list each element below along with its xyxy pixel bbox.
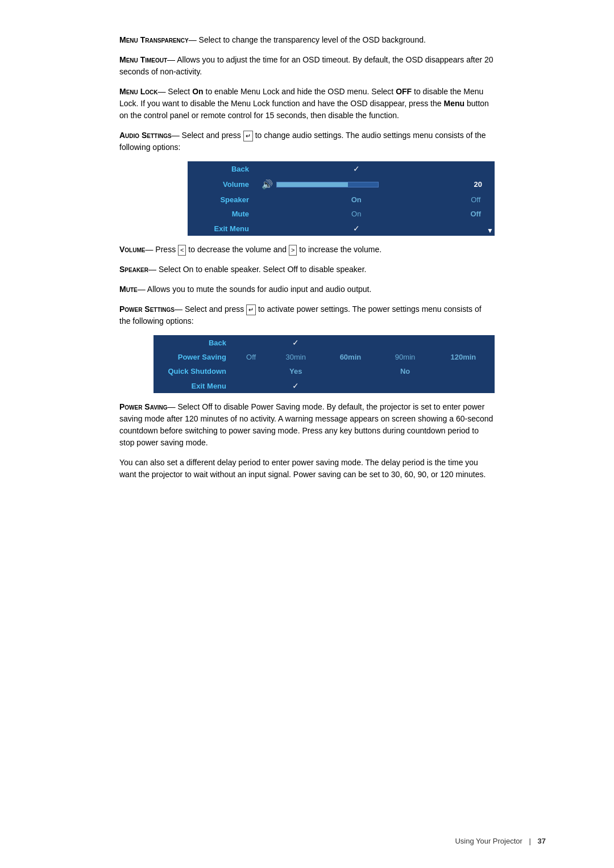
audio-exit-spacer bbox=[256, 221, 308, 236]
power-saving-30min: 30min bbox=[269, 350, 322, 364]
footer-separator: | bbox=[529, 837, 531, 845]
mute-term: Mute bbox=[119, 285, 138, 294]
decrease-icon: < bbox=[178, 245, 186, 256]
power-quickshutdown-label: Quick Shutdown bbox=[154, 364, 233, 378]
power-saving-extra-body: You can also set a different delay perio… bbox=[119, 458, 486, 479]
speaker-icon: 🔊 bbox=[262, 179, 273, 190]
audio-exit-spacer2 bbox=[405, 221, 457, 236]
power-saving-desc-dash: — bbox=[168, 402, 176, 411]
audio-back-check: ✓ bbox=[308, 161, 405, 176]
power-quickshutdown-row: Quick Shutdown Yes No bbox=[154, 364, 495, 378]
mute-dash: — bbox=[138, 285, 146, 294]
power-back-spacer2 bbox=[322, 335, 378, 350]
power-settings-intro: Select and press bbox=[185, 304, 246, 314]
audio-speaker-spacer bbox=[256, 193, 308, 207]
audio-speaker-row: Speaker On Off bbox=[188, 193, 495, 207]
menu-timeout-section: Menu Timeout— Allows you to adjust the t… bbox=[119, 54, 495, 78]
power-saving-extra-section: You can also set a different delay perio… bbox=[119, 457, 495, 481]
speaker-section: Speaker— Select On to enable speaker. Se… bbox=[119, 264, 495, 276]
menu-lock-section: Menu Lock— Select On to enable Menu Lock… bbox=[119, 86, 495, 122]
audio-exit-label: Exit Menu bbox=[188, 221, 256, 236]
power-back-row: Back ✓ bbox=[154, 335, 495, 350]
power-back-spacer1 bbox=[233, 335, 269, 350]
audio-volume-label: Volume bbox=[188, 176, 256, 193]
speaker-dash: — bbox=[148, 265, 156, 274]
audio-speaker-on: On bbox=[308, 193, 405, 207]
power-back-label: Back bbox=[154, 335, 233, 350]
audio-osd-table-wrapper: Back ✓ Volume 🔊 bbox=[154, 161, 495, 236]
audio-volume-number: 20 bbox=[457, 176, 495, 193]
page-content: Menu Transparency— Select to change the … bbox=[51, 0, 563, 534]
footer-text: Using Your Projector bbox=[455, 837, 522, 845]
speaker-body: Select On to enable speaker. Select Off … bbox=[159, 265, 367, 274]
mute-body: Allows you to mute the sounds for audio … bbox=[147, 285, 372, 294]
power-saving-row: Power Saving Off 30min 60min 90min 120mi… bbox=[154, 350, 495, 364]
volume-dash: — bbox=[145, 245, 153, 254]
audio-speaker-off: Off bbox=[457, 193, 495, 207]
power-saving-90min: 90min bbox=[378, 350, 432, 364]
power-exit-label: Exit Menu bbox=[154, 378, 233, 393]
audio-mute-on: On bbox=[308, 207, 405, 221]
audio-mute-spacer bbox=[256, 207, 308, 221]
power-exit-spacer3 bbox=[378, 378, 432, 393]
power-exit-spacer4 bbox=[432, 378, 495, 393]
menu-timeout-body: Allows you to adjust the time for an OSD… bbox=[119, 55, 493, 76]
power-settings-dash: — bbox=[175, 304, 182, 314]
audio-volume-bar-cell: 🔊 bbox=[256, 176, 457, 193]
power-settings-term: Power Settings bbox=[119, 304, 175, 314]
menu-lock-term: Menu Lock bbox=[119, 87, 157, 96]
audio-settings-term: Audio Settings bbox=[119, 131, 172, 140]
volume-fill bbox=[277, 182, 348, 187]
power-quickshutdown-spacer bbox=[233, 364, 269, 378]
audio-speaker-label: Speaker bbox=[188, 193, 256, 207]
power-saving-desc-body: Select Off to disable Power Saving mode.… bbox=[119, 402, 493, 447]
power-exit-spacer2 bbox=[322, 378, 378, 393]
audio-mute-row: Mute On Off bbox=[188, 207, 495, 221]
power-saving-120min: 120min bbox=[432, 350, 495, 364]
audio-back-spacer bbox=[256, 161, 308, 176]
menu-timeout-term: Menu Timeout bbox=[119, 55, 167, 64]
menu-transparency-term: Menu Transparency bbox=[119, 35, 189, 44]
audio-volume-row: Volume 🔊 20 bbox=[188, 176, 495, 193]
footer-page-number: 37 bbox=[538, 837, 546, 845]
volume-bar-container: 🔊 bbox=[262, 179, 451, 190]
audio-osd-table: Back ✓ Volume 🔊 bbox=[188, 161, 495, 236]
volume-bar bbox=[276, 182, 379, 187]
audio-mute-spacer2 bbox=[405, 207, 457, 221]
power-saving-off: Off bbox=[233, 350, 269, 364]
power-exit-row: Exit Menu ✓ bbox=[154, 378, 495, 393]
power-quickshutdown-no: No bbox=[378, 364, 432, 378]
audio-back-spacer2 bbox=[405, 161, 457, 176]
scroll-indicator: ▼ bbox=[487, 227, 493, 235]
audio-exit-row: Exit Menu ✓ bbox=[188, 221, 495, 236]
page-footer: Using Your Projector | 37 bbox=[455, 837, 546, 845]
volume-section: Volume— Press < to decrease the volume a… bbox=[119, 244, 495, 256]
menu-transparency-dash: — bbox=[189, 35, 197, 44]
menu-transparency-section: Menu Transparency— Select to change the … bbox=[119, 34, 495, 46]
power-saving-label: Power Saving bbox=[154, 350, 233, 364]
power-enter-icon: ↵ bbox=[246, 304, 256, 315]
audio-mute-label: Mute bbox=[188, 207, 256, 221]
volume-body3: to increase the volume. bbox=[297, 245, 381, 254]
power-back-check: ✓ bbox=[269, 335, 322, 350]
power-quickshutdown-spacer3 bbox=[432, 364, 495, 378]
power-quickshutdown-spacer2 bbox=[322, 364, 378, 378]
audio-back-label: Back bbox=[188, 161, 256, 176]
power-osd-table: Back ✓ Power Saving Off 30min 60min 90mi… bbox=[154, 335, 495, 393]
menu-timeout-dash: — bbox=[167, 55, 175, 64]
menu-lock-body: Select On to enable Menu Lock and hide t… bbox=[119, 87, 489, 120]
power-exit-spacer bbox=[233, 378, 269, 393]
power-saving-desc-term: Power Saving bbox=[119, 402, 168, 411]
audio-back-spacer3 bbox=[457, 161, 495, 176]
power-saving-60min: 60min bbox=[322, 350, 378, 364]
power-saving-desc-section: Power Saving— Select Off to disable Powe… bbox=[119, 401, 495, 449]
power-exit-check: ✓ bbox=[269, 378, 322, 393]
volume-body: Press bbox=[155, 245, 178, 254]
audio-settings-dash: — bbox=[172, 131, 180, 140]
audio-settings-intro: Select and press bbox=[182, 131, 243, 140]
increase-icon: > bbox=[289, 245, 297, 256]
speaker-term: Speaker bbox=[119, 265, 148, 274]
power-quickshutdown-yes: Yes bbox=[269, 364, 322, 378]
audio-mute-off: Off bbox=[457, 207, 495, 221]
menu-transparency-body: Select to change the transparency level … bbox=[199, 35, 426, 44]
